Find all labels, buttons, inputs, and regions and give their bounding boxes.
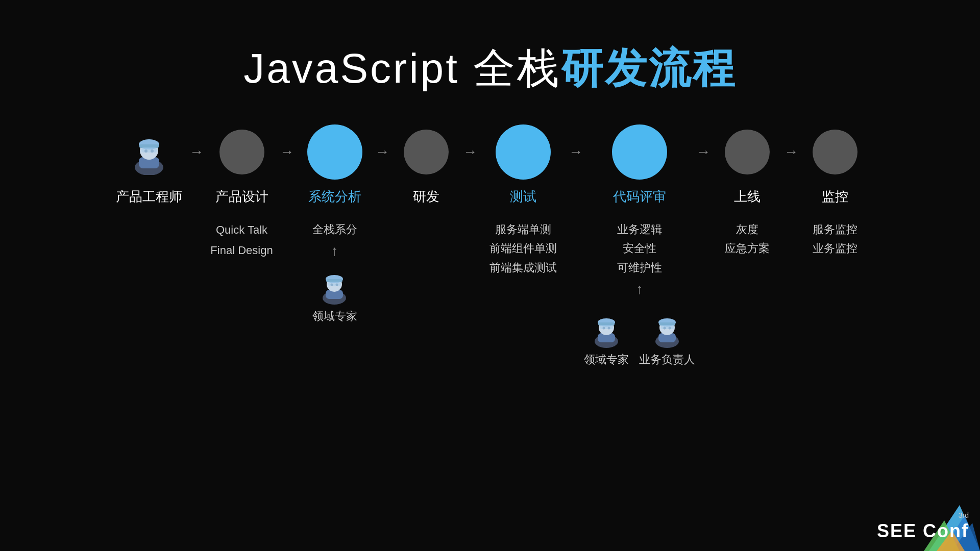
circle-code-review <box>612 124 667 180</box>
step-code-review: 代码评审 业务逻辑 安全性 可维护性 ↑ 领域专家 <box>584 125 695 367</box>
arrow-3: → <box>374 125 390 179</box>
svg-rect-31 <box>661 325 674 329</box>
flow-diagram: 产品工程师 → 产品设计 Quick Talk Final Design → 系… <box>0 125 980 367</box>
svg-rect-23 <box>600 325 613 329</box>
details-product-design: Quick Talk Final Design <box>210 220 273 260</box>
step-product-engineer: 产品工程师 <box>109 125 188 267</box>
details-monitor: 服务监控 业务监控 <box>813 220 857 258</box>
circle-product-design <box>219 130 264 174</box>
step-dev: 研发 <box>390 125 462 308</box>
see-conf-text: SEE Conf <box>877 520 969 542</box>
step-system-analysis: 系统分析 全栈系分 ↑ 领域专家 <box>295 125 374 324</box>
circle-system-analysis <box>307 124 362 180</box>
svg-rect-15 <box>328 282 341 286</box>
up-arrow-system-analysis: ↑ <box>331 243 338 259</box>
circle-dev <box>404 130 449 174</box>
details-test: 服务端单测 前端组件单测 前端集成测试 <box>489 220 557 277</box>
figure-domain-expert: 领域专家 <box>312 266 357 324</box>
step-label-product-design: 产品设计 <box>215 188 268 206</box>
title-highlight: 研发流程 <box>561 45 737 91</box>
step-label-monitor: 监控 <box>822 188 848 206</box>
biz-owner-icon <box>648 310 687 348</box>
figure-label-domain-expert: 领域专家 <box>312 309 357 324</box>
arrow-5: → <box>568 125 584 179</box>
details-online: 灰度 应急方案 <box>725 220 770 258</box>
arrow-7: → <box>783 125 799 179</box>
figure-label-domain-expert-2: 领域专家 <box>584 352 629 367</box>
step-monitor: 监控 服务监控 业务监控 <box>799 125 871 258</box>
see-conf-3rd: 3rd <box>959 511 969 519</box>
step-product-design: 产品设计 Quick Talk Final Design <box>205 125 279 260</box>
details-system-analysis: 全栈系分 <box>312 220 357 239</box>
title-prefix: JavaScript 全栈 <box>243 45 561 91</box>
step-label-test: 测试 <box>510 188 536 206</box>
step-online: 上线 灰度 应急方案 <box>712 125 783 258</box>
circle-test <box>496 124 551 180</box>
figures-code-review: 领域专家 业务负责人 <box>584 305 695 367</box>
step-label-system-analysis: 系统分析 <box>308 188 361 206</box>
step-label-dev: 研发 <box>413 188 439 206</box>
step-test: 测试 服务端单测 前端组件单测 前端集成测试 <box>478 125 568 277</box>
domain-expert-icon <box>315 266 354 305</box>
engineer-icon <box>126 129 172 175</box>
figure-label-biz-owner: 业务负责人 <box>639 352 695 367</box>
see-conf-logo: SEE Conf 3rd <box>857 505 980 551</box>
circle-monitor <box>813 130 857 174</box>
arrow-6: → <box>695 125 712 179</box>
figure-biz-owner: 业务负责人 <box>639 310 695 367</box>
figure-domain-expert-2: 领域专家 <box>584 310 629 367</box>
arrow-2: → <box>279 125 295 179</box>
up-arrow-code-review: ↑ <box>636 281 643 297</box>
arrow-1: → <box>188 125 205 179</box>
step-label-online: 上线 <box>734 188 761 206</box>
main-title: JavaScript 全栈研发流程 <box>0 0 980 97</box>
svg-rect-7 <box>141 147 157 153</box>
step-label-product-engineer: 产品工程师 <box>116 188 182 206</box>
step-label-code-review: 代码评审 <box>613 188 666 206</box>
domain-expert-2-icon <box>587 310 626 348</box>
details-code-review: 业务逻辑 安全性 可维护性 <box>617 220 662 277</box>
svg-rect-4 <box>139 144 159 148</box>
arrow-4: → <box>462 125 478 179</box>
circle-online <box>725 130 770 174</box>
